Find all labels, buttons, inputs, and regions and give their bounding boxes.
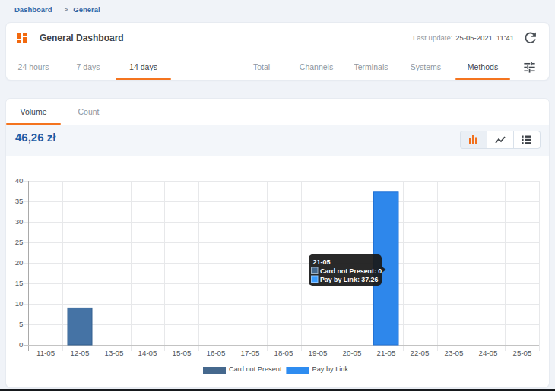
svg-text:20-05: 20-05 <box>343 349 362 357</box>
svg-text:10: 10 <box>15 299 24 308</box>
svg-text:17-05: 17-05 <box>241 349 260 357</box>
svg-text:13-05: 13-05 <box>105 349 124 357</box>
svg-text:15: 15 <box>15 279 24 287</box>
svg-text:21-05: 21-05 <box>377 349 396 357</box>
svg-text:16-05: 16-05 <box>207 349 226 357</box>
svg-text:19-05: 19-05 <box>309 349 328 357</box>
svg-text:14-05: 14-05 <box>138 349 157 357</box>
svg-text:23-05: 23-05 <box>445 349 464 357</box>
svg-text:Pay by Link: Pay by Link <box>312 365 349 373</box>
svg-text:5: 5 <box>19 320 23 328</box>
svg-text:22-05: 22-05 <box>411 349 430 357</box>
svg-text:20: 20 <box>15 258 24 267</box>
svg-text:18-05: 18-05 <box>274 349 293 357</box>
svg-text:Card not Present: 0: Card not Present: 0 <box>320 267 382 275</box>
svg-text:Pay by Link: 37.26: Pay by Link: 37.26 <box>320 276 378 283</box>
svg-text:12-05: 12-05 <box>71 349 90 357</box>
svg-text:24-05: 24-05 <box>479 349 498 357</box>
svg-text:11-05: 11-05 <box>36 349 55 357</box>
svg-text:40: 40 <box>15 176 24 185</box>
svg-text:30: 30 <box>15 217 24 226</box>
svg-text:0: 0 <box>19 340 24 349</box>
svg-text:25: 25 <box>15 238 24 246</box>
svg-text:21-05: 21-05 <box>313 258 331 266</box>
svg-text:25-05: 25-05 <box>513 349 532 357</box>
svg-text:Card not Present: Card not Present <box>229 365 282 373</box>
svg-text:15-05: 15-05 <box>173 349 192 357</box>
svg-text:35: 35 <box>15 197 24 205</box>
